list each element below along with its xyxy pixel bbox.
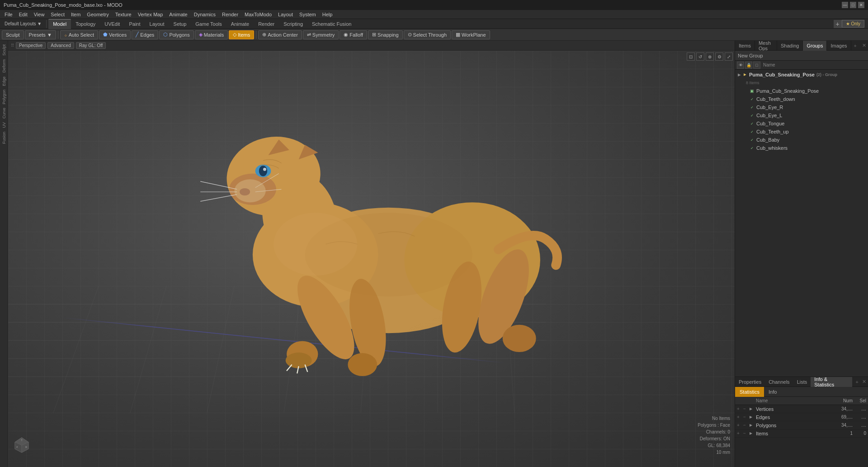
- tab-properties[interactable]: Properties: [735, 377, 765, 387]
- tab-lists[interactable]: Lists: [793, 377, 811, 387]
- stats-vertices-minus[interactable]: −: [743, 406, 750, 411]
- presets-button[interactable]: Presets ▼: [25, 30, 56, 39]
- tab-topology[interactable]: Topology: [71, 19, 100, 29]
- menu-help[interactable]: Help: [320, 11, 335, 18]
- sidebar-item-curve[interactable]: Curve: [1, 106, 7, 120]
- tab-mesh-ops[interactable]: Mesh Ops: [755, 41, 777, 51]
- menu-texture[interactable]: Texture: [113, 11, 134, 18]
- scene-list-lock-button[interactable]: 🔒: [745, 62, 752, 69]
- menu-maxtomodo[interactable]: MaxToModo: [242, 11, 274, 18]
- stats-items-arrow[interactable]: ▶: [750, 431, 756, 435]
- tab-scripting[interactable]: Scripting: [279, 19, 307, 29]
- scene-list-extra-button[interactable]: □: [753, 62, 760, 69]
- workplane-button[interactable]: ▦ WorkPlane: [452, 30, 490, 39]
- tree-item-puma-mesh[interactable]: ▣ Puma_Cub_Sneaking_Pose: [735, 87, 868, 95]
- tab-game-tools[interactable]: Game Tools: [191, 19, 226, 29]
- menu-file[interactable]: File: [2, 11, 15, 18]
- minimize-button[interactable]: —: [842, 2, 848, 8]
- sidebar-item-fusion[interactable]: Fusion: [1, 130, 7, 146]
- perspective-button[interactable]: Perspective: [16, 42, 46, 49]
- tab-animate[interactable]: Animate: [226, 19, 254, 29]
- tab-groups[interactable]: Groups: [803, 41, 827, 51]
- symmetry-button[interactable]: ⇌ Symmetry: [303, 30, 339, 39]
- navigation-cube[interactable]: T F R: [13, 435, 31, 453]
- tree-item-teeth-up[interactable]: Cub_Teeth_up: [735, 128, 868, 136]
- items-button[interactable]: ◇ Items: [229, 30, 254, 39]
- menu-render[interactable]: Render: [219, 11, 241, 18]
- bottom-panel-add-tab[interactable]: +: [854, 378, 860, 386]
- polygons-button[interactable]: ⬡ Polygons: [159, 30, 193, 39]
- ray-gl-button[interactable]: Ray GL: Off: [76, 42, 106, 49]
- stats-polygons-arrow[interactable]: ▶: [750, 423, 756, 427]
- tree-item-baby[interactable]: Cub_Baby: [735, 136, 868, 144]
- default-layouts-dropdown[interactable]: Default Layouts ▼: [2, 20, 44, 27]
- scene-list-eye-button[interactable]: 👁: [737, 62, 744, 69]
- only-button[interactable]: ★ Only: [842, 20, 864, 28]
- vertices-button[interactable]: ⬟ Vertices: [99, 30, 131, 39]
- close-button[interactable]: ✕: [858, 2, 864, 8]
- tab-schematic-fusion[interactable]: Schematic Fusion: [307, 19, 356, 29]
- tree-item-tongue[interactable]: Cub_Tongue: [735, 119, 868, 128]
- sidebar-item-sculpt[interactable]: Sculpt: [1, 43, 7, 57]
- auto-select-button[interactable]: ⬦ Auto Select: [60, 30, 98, 39]
- tree-item-eye-r[interactable]: Cub_Eye_R: [735, 103, 868, 111]
- tab-statistics[interactable]: Statistics: [735, 387, 764, 397]
- menu-view[interactable]: View: [31, 11, 47, 18]
- falloff-button[interactable]: ◉ Falloff: [340, 30, 367, 39]
- advanced-button[interactable]: Advanced: [47, 42, 74, 49]
- stats-vertices-add[interactable]: +: [737, 406, 743, 411]
- menu-select[interactable]: Select: [48, 11, 67, 18]
- right-panel-close[interactable]: ✕: [860, 42, 868, 49]
- tab-channels[interactable]: Channels: [765, 377, 793, 387]
- tab-model[interactable]: Model: [48, 19, 71, 29]
- bottom-panel-close[interactable]: ✕: [860, 378, 868, 386]
- edges-button[interactable]: ╱ Edges: [132, 30, 158, 39]
- menu-vertex-map[interactable]: Vertex Map: [135, 11, 166, 18]
- viewport-reset-button[interactable]: ↺: [696, 52, 704, 61]
- sidebar-item-polygon[interactable]: Polygon: [1, 88, 7, 106]
- tab-info-statistics[interactable]: Info & Statistics: [811, 377, 852, 387]
- stats-edges-arrow[interactable]: ▶: [750, 415, 756, 419]
- viewport-fit-button[interactable]: ⊡: [687, 52, 695, 61]
- tree-item-teeth-down[interactable]: Cub_Teeth_down: [735, 95, 868, 103]
- tab-render[interactable]: Render: [254, 19, 279, 29]
- sidebar-item-deform[interactable]: Deform: [1, 57, 7, 75]
- tab-layout[interactable]: Layout: [145, 19, 169, 29]
- stats-vertices-arrow[interactable]: ▶: [750, 407, 756, 411]
- tab-shading[interactable]: Shading: [777, 41, 803, 51]
- viewport-zoom-button[interactable]: ⊕: [706, 52, 714, 61]
- tab-images[interactable]: Images: [827, 41, 851, 51]
- tab-paint[interactable]: Paint: [124, 19, 145, 29]
- snapping-button[interactable]: ⊞ Snapping: [368, 30, 403, 39]
- maximize-button[interactable]: □: [850, 2, 856, 8]
- tab-setup[interactable]: Setup: [169, 19, 191, 29]
- viewport-settings-button[interactable]: ⚙: [715, 52, 723, 61]
- select-through-button[interactable]: ⊙ Select Through: [404, 30, 451, 39]
- right-panel-add-tab[interactable]: +: [851, 42, 859, 49]
- menu-item[interactable]: Item: [68, 11, 83, 18]
- sculpt-button[interactable]: Sculpt: [2, 30, 24, 39]
- stats-items-add[interactable]: +: [737, 431, 743, 436]
- stats-edges-minus[interactable]: −: [743, 415, 750, 419]
- menu-layout[interactable]: Layout: [275, 11, 296, 18]
- tree-item-eye-l[interactable]: Cub_Eye_L: [735, 111, 868, 119]
- sidebar-item-uv[interactable]: UV: [1, 120, 7, 130]
- viewport-maximize-button[interactable]: ⤢: [725, 52, 733, 61]
- stats-polygons-minus[interactable]: −: [743, 423, 750, 428]
- tab-items[interactable]: Items: [735, 41, 755, 51]
- sidebar-item-edge[interactable]: Edge: [1, 75, 7, 88]
- viewport-drag-handle[interactable]: ⠿: [11, 43, 14, 48]
- menu-animate[interactable]: Animate: [166, 11, 190, 18]
- stats-items-minus[interactable]: −: [743, 431, 750, 436]
- tab-uvedit[interactable]: UVEdit: [100, 19, 124, 29]
- materials-button[interactable]: ◈ Materials: [195, 30, 228, 39]
- viewport-canvas[interactable]: ⊡ ↺ ⊕ ⚙ ⤢ T F R No Items: [8, 51, 735, 467]
- menu-dynamics[interactable]: Dynamics: [191, 11, 218, 18]
- menu-system[interactable]: System: [297, 11, 319, 18]
- menu-edit[interactable]: Edit: [16, 11, 30, 18]
- tree-root-group[interactable]: ▶ Puma_Cub_Sneaking_Pose (2) - Group: [735, 71, 868, 79]
- stats-polygons-add[interactable]: +: [737, 423, 743, 428]
- action-center-button[interactable]: ⊕ Action Center: [258, 30, 302, 39]
- tab-info[interactable]: Info: [764, 387, 781, 397]
- tree-item-whiskers[interactable]: Cub_whiskers: [735, 144, 868, 152]
